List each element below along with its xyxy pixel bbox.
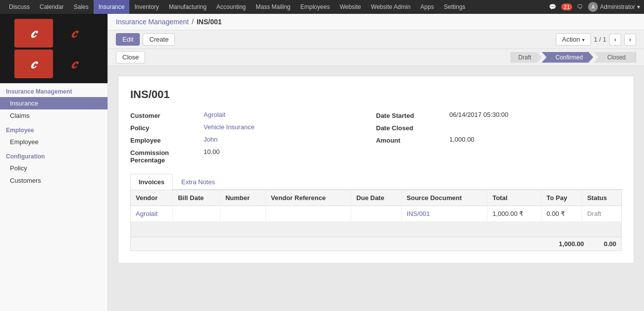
pager-next[interactable] [624,34,636,46]
action-button[interactable]: Action [556,33,591,46]
nav-item-discuss[interactable]: Discuss [4,0,35,14]
nav-item-sales[interactable]: Sales [69,0,94,14]
col-bill-date: Bill Date [173,190,220,206]
form-value: 10.00 [204,148,220,156]
pager-text: 1 / 1 [594,36,606,43]
form-label: Date Started [376,111,445,119]
sidebar: 𝒄 𝒄 𝒄 𝒄 Insurance ManagementInsuranceCla… [0,14,108,311]
logo-icon-4: 𝒄 [71,56,77,72]
sidebar-item-policy[interactable]: Policy [0,162,107,174]
form-row: Amount1,000.00 [376,136,622,144]
form-fields: CustomerAgrolaitPolicyVehicle InsuranceE… [130,111,622,164]
table-body: AgrolaitINS/0011,000.00 ₹0.00 ₹Draft [131,206,621,222]
user-name: Administrator [600,3,635,10]
nav-item-calendar[interactable]: Calendar [35,0,69,14]
sidebar-section-title: Employee [0,122,107,136]
form-label: Amount [376,136,445,144]
nav-items: DiscussCalendarSalesInsuranceInventoryMa… [4,0,549,14]
table-cell [173,206,220,222]
create-button[interactable]: Create [143,33,175,46]
top-navigation: DiscussCalendarSalesInsuranceInventoryMa… [0,0,644,14]
nav-item-inventory[interactable]: Inventory [129,0,163,14]
nav-item-manufacturing[interactable]: Manufacturing [164,0,212,14]
status-step-draft[interactable]: Draft [510,52,541,63]
form-value: 1,000.00 [449,136,475,143]
invoice-table: VendorBill DateNumberVendor ReferenceDue… [131,190,621,222]
user-menu[interactable]: A Administrator ▾ [588,2,640,12]
status-step-confirmed[interactable]: Confirmed [541,52,593,63]
form-value[interactable]: Agrolait [204,111,225,118]
nav-item-apps[interactable]: Apps [416,0,439,14]
form-row: Date Closed [376,123,622,132]
logo-icon-1: 𝒄 [31,25,37,42]
nav-item-employees[interactable]: Employees [295,0,334,14]
col-total: Total [487,190,541,206]
breadcrumb-separator: / [192,18,194,26]
chevron-right-icon [629,36,631,43]
form-value[interactable]: John [204,136,217,143]
form-value: 06/14/2017 05:30:00 [449,111,508,118]
col-number: Number [220,190,266,206]
sidebar-sections: Insurance ManagementInsuranceClaimsEmplo… [0,83,107,187]
form-left: CustomerAgrolaitPolicyVehicle InsuranceE… [130,111,376,164]
sidebar-item-employee[interactable]: Employee [0,136,107,148]
sidebar-section-title: Insurance Management [0,83,107,97]
form-label: Customer [130,111,200,119]
nav-item-insurance[interactable]: Insurance [94,0,130,14]
col-status: Status [582,190,621,206]
nav-item-accounting[interactable]: Accounting [212,0,251,14]
tab-invoices[interactable]: Invoices [130,174,173,190]
nav-item-website[interactable]: Website [335,0,366,14]
sidebar-item-claims[interactable]: Claims [0,109,107,122]
nav-item-settings[interactable]: Settings [439,0,470,14]
table-cell: 0.00 ₹ [541,206,582,222]
message-badge: 21 [561,3,572,10]
nav-item-website-admin[interactable]: Website Admin [366,0,416,14]
table-cell [351,206,401,222]
tabs: InvoicesExtra Notes [130,174,622,190]
table-cell [266,206,351,222]
form-row: Date Started06/14/2017 05:30:00 [376,111,622,119]
content-area: Insurance Management / INS/001 Edit Crea… [108,14,644,311]
chevron-left-icon [614,36,616,43]
logo-icon-2: 𝒄 [71,25,77,42]
table-cell[interactable]: Agrolait [131,206,173,222]
message-icon[interactable]: 💬 [549,3,556,10]
sidebar-section-title: Configuration [0,148,107,162]
form-value[interactable]: Vehicle Insurance [204,123,255,131]
pager: 1 / 1 [594,34,636,46]
table-row: AgrolaitINS/0011,000.00 ₹0.00 ₹Draft [131,206,621,222]
table-cell[interactable]: INS/001 [401,206,487,222]
table-cell: Draft [582,206,621,222]
tab-extra-notes[interactable]: Extra Notes [173,174,223,190]
col-due-date: Due Date [351,190,401,206]
pager-prev[interactable] [609,34,621,46]
form-label: Date Closed [376,123,445,132]
status-steps: DraftConfirmedClosed [510,52,636,63]
nav-item-mass-mailing[interactable]: Mass Mailing [251,0,295,14]
breadcrumb: Insurance Management / INS/001 [108,14,644,30]
form-row: Commission Percentage10.00 [130,148,376,164]
table-cell [220,206,266,222]
form-row: PolicyVehicle Insurance [130,123,376,132]
action-dropdown-icon [582,36,585,43]
toolbar: Edit Create Action 1 / 1 [108,30,644,49]
form-row: EmployeeJohn [130,136,376,144]
form-label: Policy [130,123,200,132]
action-label: Action [562,36,580,43]
footer-total: 1,000.00 [559,240,584,248]
edit-button[interactable]: Edit [116,33,140,46]
nav-right: 💬 21 🗨 A Administrator ▾ [549,2,640,12]
sidebar-item-customers[interactable]: Customers [0,174,107,187]
breadcrumb-parent[interactable]: Insurance Management [116,18,189,26]
logo-cell-3: 𝒄 [14,50,53,78]
col-to-pay: To Pay [541,190,582,206]
status-step-closed[interactable]: Closed [593,52,636,63]
close-button[interactable]: Close [116,51,145,63]
col-vendor-reference: Vendor Reference [266,190,351,206]
sidebar-item-insurance[interactable]: Insurance [0,97,107,109]
form-card: INS/001 CustomerAgrolaitPolicyVehicle In… [118,76,634,263]
avatar: A [588,2,598,12]
chat-icon[interactable]: 🗨 [577,3,583,10]
form-container: INS/001 CustomerAgrolaitPolicyVehicle In… [108,66,644,273]
